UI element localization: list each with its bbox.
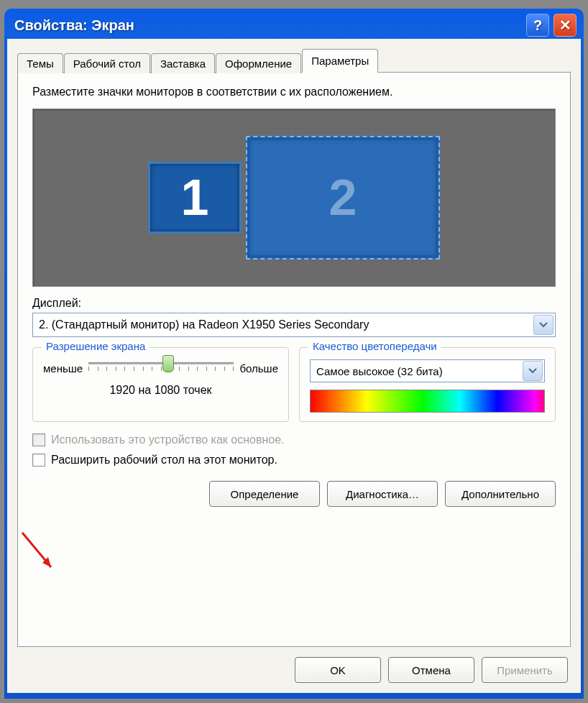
color-quality-value: Самое высокое (32 бита) <box>311 365 521 377</box>
display-select-value: 2. (Стандартный монитор) на Radeon X1950… <box>33 318 532 331</box>
apply-button[interactable]: Применить <box>482 657 568 683</box>
color-group: Качество цветопередачи Самое высокое (32… <box>299 347 556 422</box>
slider-less-label: меньше <box>43 362 83 375</box>
help-button[interactable]: ? <box>526 14 549 37</box>
client-area: Темы Рабочий стол Заставка Оформление Па… <box>7 39 581 693</box>
color-spectrum <box>310 390 545 413</box>
primary-device-checkbox <box>32 433 45 446</box>
resolution-slider[interactable] <box>88 359 234 377</box>
tab-panel-settings: Разместите значки мониторов в соответств… <box>17 72 571 647</box>
monitor-2[interactable]: 2 <box>246 136 440 259</box>
svg-marker-1 <box>42 557 51 567</box>
resolution-group-title: Разрешение экрана <box>42 340 150 352</box>
color-quality-select[interactable]: Самое высокое (32 бита) <box>310 359 545 382</box>
window-title: Свойства: Экран <box>12 17 522 34</box>
monitor-arrangement[interactable]: 1 2 <box>32 109 556 287</box>
tab-strip: Темы Рабочий стол Заставка Оформление Па… <box>17 49 571 73</box>
primary-device-checkbox-row: Использовать это устройство как основное… <box>32 433 556 446</box>
chevron-down-icon <box>533 315 553 335</box>
tab-appearance[interactable]: Оформление <box>216 53 301 73</box>
extend-desktop-checkbox-row[interactable]: Расширить рабочий стол на этот монитор. <box>32 454 556 467</box>
tab-screensaver[interactable]: Заставка <box>151 53 215 73</box>
close-button[interactable]: ✕ <box>553 14 576 37</box>
annotation-arrow-icon <box>17 527 60 577</box>
dialog-window: Свойства: Экран ? ✕ Темы Рабочий стол За… <box>4 9 584 699</box>
extend-desktop-checkbox[interactable] <box>32 454 45 467</box>
extend-desktop-label: Расширить рабочий стол на этот монитор. <box>51 454 277 467</box>
primary-device-label: Использовать это устройство как основное… <box>51 433 285 446</box>
display-select[interactable]: 2. (Стандартный монитор) на Radeon X1950… <box>32 313 556 337</box>
slider-thumb[interactable] <box>162 355 174 372</box>
monitor-1[interactable]: 1 <box>148 162 242 234</box>
svg-line-0 <box>22 533 51 567</box>
resolution-group: Разрешение экрана меньше <box>32 347 289 422</box>
dialog-footer: OK Отмена Применить <box>295 657 568 683</box>
tab-themes[interactable]: Темы <box>17 53 63 73</box>
troubleshoot-button[interactable]: Диагностика… <box>327 481 438 507</box>
chevron-down-icon <box>523 361 543 381</box>
tab-settings[interactable]: Параметры <box>302 49 378 73</box>
advanced-button[interactable]: Дополнительно <box>445 481 556 507</box>
color-group-title: Качество цветопередачи <box>308 340 441 352</box>
cancel-button[interactable]: Отмена <box>388 657 474 683</box>
identify-button[interactable]: Определение <box>209 481 320 507</box>
ok-button[interactable]: OK <box>295 657 381 683</box>
resolution-value: 1920 на 1080 точек <box>43 384 278 397</box>
close-icon: ✕ <box>559 17 571 34</box>
instruction-text: Разместите значки мониторов в соответств… <box>32 86 556 98</box>
titlebar[interactable]: Свойства: Экран ? ✕ <box>7 12 581 39</box>
tab-desktop[interactable]: Рабочий стол <box>64 53 150 73</box>
slider-more-label: больше <box>239 362 278 375</box>
display-label: Дисплей: <box>32 297 556 310</box>
